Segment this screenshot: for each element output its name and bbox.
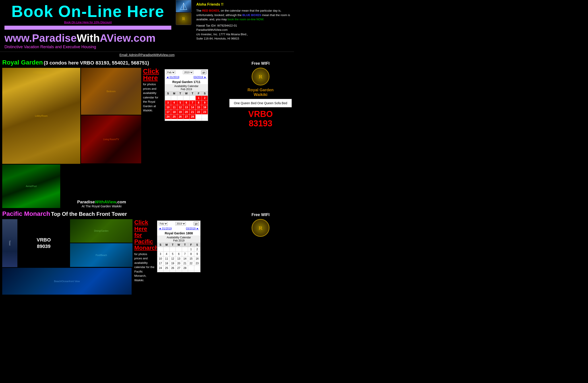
table-row[interactable]: 14 — [189, 105, 195, 110]
table-row[interactable]: 4 — [164, 252, 169, 256]
table-row[interactable]: 21 — [182, 261, 188, 266]
table-row[interactable]: 19 — [177, 110, 183, 114]
royal-garden-calendar: Feb 2019 go ◄ 01/2019 03/2019 ► Royal Ga… — [165, 68, 208, 121]
table-row[interactable]: 7 — [182, 252, 188, 256]
table-row[interactable]: 23 — [194, 261, 200, 266]
table-row[interactable]: 18 — [171, 110, 177, 114]
cal-title: Royal Garden 1711 — [165, 79, 208, 84]
table-row[interactable]: 9 — [202, 100, 208, 105]
cal-next-link[interactable]: 03/2019 ► — [193, 76, 207, 79]
table-row[interactable]: 28 — [189, 114, 195, 119]
table-row[interactable]: 2 — [202, 96, 208, 100]
table-row[interactable]: 25 — [164, 266, 169, 270]
cal2-subtitle: Availability CalendarFeb 2019 — [157, 235, 200, 243]
table-row[interactable]: 20 — [183, 110, 189, 114]
site-url[interactable]: www.ParadiseWithAView.com — [0, 31, 176, 44]
monarch-beach-photo: Beach/Oceanfront View — [2, 268, 132, 295]
cal-day-s1: S — [165, 91, 171, 96]
monarch-calendar: Feb 2019 go ◄ 01/2019 03/2019 ► Royal Ga… — [157, 219, 201, 272]
table-row[interactable]: 22 — [196, 110, 202, 114]
table-row — [176, 247, 182, 252]
royal-garden-photo-2: Bedroom — [81, 68, 141, 115]
table-row — [194, 270, 200, 272]
email-link[interactable]: Email: Admin@ParadiseWithAView.com — [119, 53, 174, 57]
free-wifi-1: Free WIFI — [229, 61, 292, 66]
table-row[interactable]: 18 — [164, 261, 169, 266]
table-row[interactable]: 12 — [169, 256, 176, 261]
cal-day-m: M — [171, 91, 177, 96]
table-row[interactable]: 1 — [196, 96, 202, 100]
table-row[interactable]: 24 — [165, 114, 171, 119]
monarch-vrbo-block: VRBO89039 — [18, 219, 69, 267]
main-title: Book On-Line Here — [0, 0, 176, 21]
tax-info: Hawaii Tax ID#: W79294422-01 ParadiseWit… — [196, 23, 291, 41]
table-row[interactable]: 14 — [182, 256, 188, 261]
table-row[interactable]: 5 — [169, 252, 176, 256]
table-row[interactable]: 16 — [202, 105, 208, 110]
table-row[interactable]: 17 — [157, 261, 164, 266]
table-row[interactable]: 16 — [194, 256, 200, 261]
table-row[interactable]: 4 — [171, 100, 177, 105]
table-row[interactable]: 1 — [188, 247, 194, 252]
table-row[interactable]: 21 — [189, 110, 195, 114]
table-row — [169, 270, 176, 272]
url-text: www.ParadiseWithAView.com — [4, 32, 155, 44]
cal-year-select[interactable]: 2019 — [183, 70, 193, 74]
table-row[interactable]: 9 — [194, 252, 200, 256]
monarch-click-desc: for photos prices and availability calen… — [134, 252, 155, 283]
monarch-tower-photo: Tower — [2, 219, 17, 267]
royal-garden-click-here[interactable]: ClickHere — [143, 68, 163, 81]
cal-month-select[interactable]: Feb — [166, 70, 175, 74]
cal2-title: Royal Garden 1808 — [157, 230, 200, 235]
table-row[interactable]: 6 — [183, 100, 189, 105]
table-row[interactable]: 11 — [171, 105, 177, 110]
monarch-pool-photo: Pool/Beach — [70, 243, 132, 267]
royal-garden-photo-1: Lobby/Room — [2, 68, 80, 164]
table-row[interactable]: 25 — [171, 114, 177, 119]
table-row[interactable]: 3 — [157, 252, 164, 256]
table-row[interactable]: 11 — [164, 256, 169, 261]
cal2-next-link[interactable]: 03/2019 ► — [186, 227, 199, 230]
table-row[interactable]: 17 — [165, 110, 171, 114]
table-row[interactable]: 2 — [194, 247, 200, 252]
cal-prev-link[interactable]: ◄ 01/2019 — [166, 76, 179, 79]
cal-go-button[interactable]: go — [201, 70, 207, 74]
table-row[interactable]: 10 — [165, 105, 171, 110]
cal2-go-button[interactable]: go — [194, 222, 199, 226]
cal2-month-select[interactable]: Feb — [159, 222, 168, 225]
monarch-dining-photo: Dining/Garden — [70, 219, 132, 243]
table-row[interactable]: 27 — [183, 114, 189, 119]
table-row[interactable]: 19 — [169, 261, 176, 266]
table-row[interactable]: 24 — [157, 266, 164, 270]
monarch-click-here[interactable]: ClickHereforPacificMonarch — [134, 219, 155, 251]
table-row[interactable]: 10 — [157, 256, 164, 261]
cal2-year-select[interactable]: 2019 — [175, 222, 186, 225]
table-row[interactable]: 3 — [165, 100, 171, 105]
table-row[interactable]: 20 — [176, 261, 182, 266]
table-row[interactable]: 8 — [196, 100, 202, 105]
table-row[interactable]: 7 — [189, 100, 195, 105]
table-row — [196, 114, 202, 119]
table-row[interactable]: 28 — [182, 266, 188, 270]
cal-day-t2: T — [189, 91, 195, 96]
table-row[interactable]: 22 — [188, 261, 194, 266]
table-row[interactable]: 13 — [183, 105, 189, 110]
royal-garden-photo-3: Living Room/TV — [81, 115, 141, 163]
table-row[interactable]: 5 — [177, 100, 183, 105]
sidebar-bed-info: One Queen Bed One Queen Sofa Bed — [229, 99, 292, 107]
cal2-prev-link[interactable]: ◄ 01/2019 — [159, 227, 172, 230]
subtitle-link[interactable]: Book On Line Here for 10% Discount — [0, 21, 176, 25]
table-row — [183, 119, 189, 121]
table-row[interactable]: 23 — [202, 110, 208, 114]
cal-day-f: F — [196, 91, 202, 96]
table-row[interactable]: 26 — [169, 266, 176, 270]
table-row[interactable]: 27 — [176, 266, 182, 270]
table-row[interactable]: 6 — [176, 252, 182, 256]
table-row[interactable]: 26 — [177, 114, 183, 119]
table-row[interactable]: 8 — [188, 252, 194, 256]
table-row[interactable]: 13 — [176, 256, 182, 261]
table-row[interactable]: 12 — [177, 105, 183, 110]
sidebar-logo-1: R — [252, 68, 270, 86]
table-row[interactable]: 15 — [196, 105, 202, 110]
table-row[interactable]: 15 — [188, 256, 194, 261]
